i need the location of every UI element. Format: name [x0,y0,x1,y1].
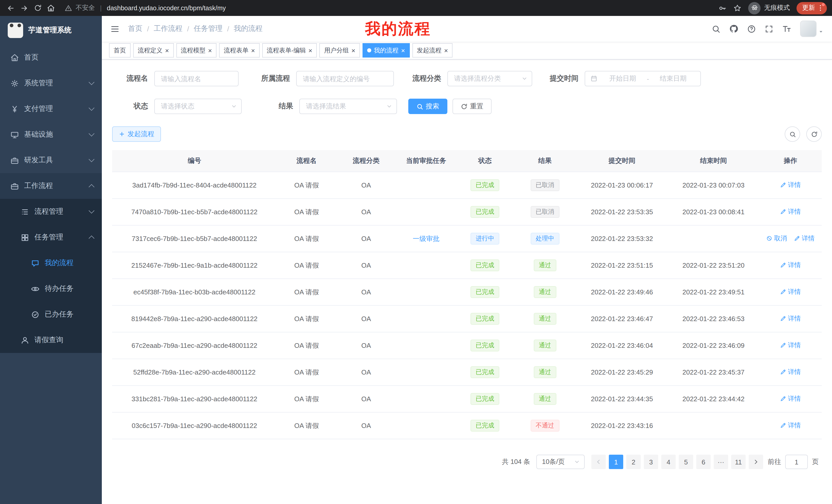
cell-process-category: OA [336,332,396,359]
process-name-input[interactable] [154,71,239,86]
filter-submit-time: 提交时间 开始日期 - 结束日期 [542,71,701,86]
result-badge: 不通过 [531,420,560,431]
sidebar-item-done-tasks[interactable]: 已办任务 [0,302,102,327]
sidebar-item-workflow[interactable]: 工作流程 [0,173,102,199]
cell-status: 已完成 [457,199,514,225]
table-row: 331bc281-7b9a-11ec-a290-acde48001122 OA … [112,386,822,412]
date-start-placeholder[interactable]: 开始日期 [601,74,645,83]
key-icon[interactable] [718,4,727,12]
page-number-button[interactable]: 1 [609,455,623,469]
category-placeholder: 请选择流程分类 [454,74,501,83]
detail-link[interactable]: 详情 [780,181,801,190]
sidebar-item-task-mgmt[interactable]: 任务管理 [0,225,102,250]
cell-status: 已完成 [457,279,514,305]
breadcrumb-workflow[interactable]: 工作流程 [154,24,183,33]
security-label[interactable]: 不安全 [76,4,95,12]
browser-forward-button[interactable] [18,1,31,15]
show-search-button[interactable] [785,127,800,142]
app-logo[interactable]: 芋道管理系统 [0,16,102,45]
page-number-button[interactable]: 2 [626,455,641,469]
sidebar-item-todo-tasks[interactable]: 待办任务 [0,276,102,302]
view-tab[interactable]: 用户分组 × [319,43,360,58]
address-bar[interactable]: 不安全 | dashboard.yudao.iocoder.cn/bpm/tas… [65,4,718,12]
tab-close-icon[interactable]: × [401,47,405,54]
font-size-icon[interactable] [782,24,791,33]
date-end-placeholder[interactable]: 结束日期 [651,74,695,83]
tab-close-icon[interactable]: × [352,47,355,54]
hamburger-icon[interactable] [110,24,120,34]
browser-menu-icon[interactable] [816,4,824,12]
sidebar-item-my-process[interactable]: 我的流程 [0,250,102,276]
category-select[interactable]: 请选择流程分类 [447,71,532,86]
breadcrumb-home[interactable]: 首页 [128,24,142,33]
next-page-button[interactable] [749,455,763,469]
date-range-picker[interactable]: 开始日期 - 结束日期 [585,71,701,86]
avatar[interactable] [800,21,816,37]
view-tab[interactable]: 流程模型 × [176,43,216,58]
cancel-link[interactable]: 取消 [766,234,787,243]
view-tab[interactable]: 流程表单 × [219,43,259,58]
result-select[interactable]: 请选择流结果 [299,99,397,114]
detail-link[interactable]: 详情 [780,288,801,297]
page-size-select[interactable]: 10条/页 [536,455,585,469]
page-number-button[interactable]: 11 [731,455,746,469]
table-row: 03c6c157-7b9a-11ec-a290-acde48001122 OA … [112,412,822,439]
user-menu[interactable] [800,21,824,37]
detail-link[interactable]: 详情 [780,261,801,270]
page-number-button[interactable]: 5 [679,455,693,469]
sidebar-item-payment-mgmt[interactable]: 支付管理 [0,96,102,122]
detail-link[interactable]: 详情 [780,368,801,376]
search-button[interactable]: 搜索 [408,99,447,114]
view-tab[interactable]: 发起流程 × [412,43,452,58]
browser-home-button[interactable] [44,1,58,15]
parent-process-input[interactable] [296,71,394,86]
sidebar-item-dev-tools[interactable]: 研发工具 [0,147,102,173]
sidebar-item-home[interactable]: 首页 [0,45,102,71]
refresh-table-button[interactable] [806,127,822,142]
page-number-button[interactable]: ··· [714,455,728,469]
bookmark-star-icon[interactable] [733,4,742,12]
tab-close-icon[interactable]: × [208,47,212,54]
result-label: 结果 [255,102,299,111]
create-process-button[interactable]: 发起流程 [112,127,161,142]
github-icon[interactable] [729,24,738,33]
browser-actions: 无痕模式 更新 [718,2,828,14]
detail-link[interactable]: 详情 [780,341,801,350]
browser-reload-button[interactable] [31,1,44,15]
breadcrumb-task-mgmt[interactable]: 任务管理 [194,24,223,33]
goto-page-input[interactable] [785,455,808,469]
detail-link[interactable]: 详情 [780,395,801,403]
page-number-button[interactable]: 3 [644,455,658,469]
view-tab[interactable]: 首页 [109,43,131,58]
view-tab[interactable]: 我的流程 × [363,43,410,58]
status-select[interactable]: 请选择状态 [154,99,242,114]
detail-link[interactable]: 详情 [780,314,801,323]
tab-close-icon[interactable]: × [444,47,448,54]
sidebar-item-process-mgmt[interactable]: 流程管理 [0,199,102,225]
browser-back-button[interactable] [4,1,18,15]
tab-close-icon[interactable]: × [309,47,312,54]
cell-status: 进行中 [457,225,514,252]
search-icon[interactable] [712,24,721,33]
detail-link[interactable]: 详情 [780,207,801,216]
prev-page-button[interactable] [591,455,606,469]
cell-process-id: 331bc281-7b9a-11ec-a290-acde48001122 [112,386,277,412]
sidebar-item-leave-query[interactable]: 请假查询 [0,327,102,353]
detail-link[interactable]: 详情 [780,421,801,430]
sidebar-item-system-mgmt[interactable]: 系统管理 [0,71,102,96]
page-number-button[interactable]: 4 [661,455,676,469]
fullscreen-icon[interactable] [765,24,773,33]
reset-button[interactable]: 重置 [452,99,492,114]
view-tab[interactable]: 流程定义 × [133,43,174,58]
sidebar-item-infrastructure[interactable]: 基础设施 [0,122,102,147]
tab-close-icon[interactable]: × [251,47,255,54]
detail-link[interactable]: 详情 [794,234,814,243]
view-tab[interactable]: 流程表单-编辑 × [262,43,317,58]
update-button[interactable]: 更新 [797,2,827,14]
workflow-submenu: 流程管理 任务管理 我的流程 待办任务 已办任务 [0,199,102,353]
help-icon[interactable] [747,24,756,33]
tab-close-icon[interactable]: × [165,47,169,54]
page-number-button[interactable]: 6 [696,455,711,469]
current-task-link[interactable]: 一级审批 [413,234,439,242]
cell-result: 通过 [514,386,576,412]
